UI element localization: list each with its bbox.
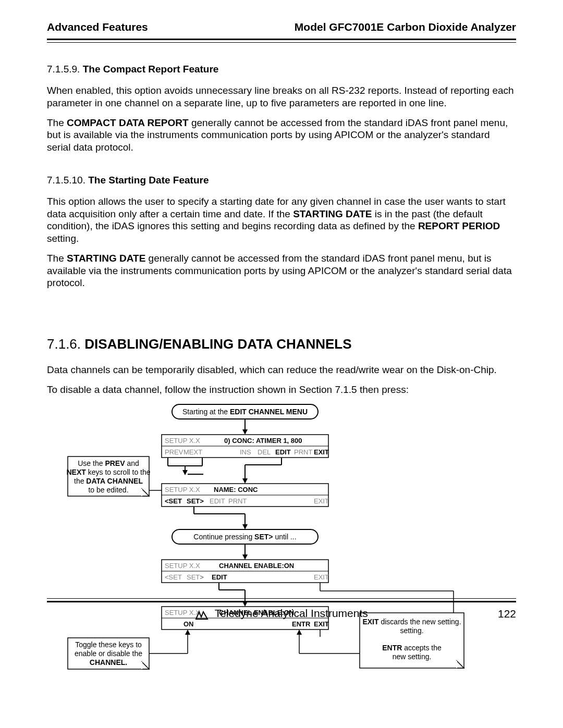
flow-box4-exit: EXIT — [314, 620, 329, 628]
header-section: Advanced Features — [47, 21, 148, 33]
section-number: 7.1.5.10. — [47, 175, 85, 186]
flow-box1-prev: PREV — [165, 448, 183, 456]
flow-box1-conc: 0) CONC: ATIMER 1, 800 — [224, 437, 302, 445]
flow-box1-setup: SETUP X.X — [165, 437, 200, 445]
svg-text:the DATA CHANNEL: the DATA CHANNEL — [74, 477, 143, 485]
para: Data channels can be temporarily disable… — [47, 364, 516, 376]
svg-text:NEXT keys to scroll to the: NEXT keys to scroll to the — [66, 468, 150, 476]
flow-box2-edit: EDIT — [210, 497, 225, 505]
flow-box1-del: DEL — [258, 448, 271, 456]
footer-company-block: Teledyne Analytical Instruments — [47, 607, 516, 620]
flow-note-left-bottom: Toggle these keys to enable or disable t… — [68, 638, 149, 669]
svg-text:to be edited.: to be edited. — [88, 486, 128, 494]
flow-box3-name: CHANNEL ENABLE:ON — [219, 562, 294, 570]
flowchart: Starting at the EDIT CHANNEL MENU SETUP … — [47, 403, 516, 690]
flow-box1-exit: EXIT — [314, 448, 329, 456]
para: To disable a data channel, follow the in… — [47, 384, 516, 396]
section-heading-7-1-5-9: 7.1.5.9. The Compact Report Feature — [47, 64, 516, 75]
svg-text:Use the PREV and: Use the PREV and — [78, 459, 139, 467]
para: This option allows the user to specify a… — [47, 195, 516, 245]
flow-box3-exit: EXIT — [314, 573, 329, 581]
flow-box2-set1: <SET — [165, 497, 182, 505]
svg-text:setting.: setting. — [400, 626, 423, 635]
para: When enabled, this option avoids unneces… — [47, 84, 516, 109]
svg-text:new setting.: new setting. — [393, 652, 432, 661]
flow-box3-set1: <SET — [165, 573, 182, 581]
header-title: Model GFC7001E Carbon Dioxide Analyzer — [295, 21, 516, 33]
section-number: 7.1.5.9. — [47, 64, 80, 75]
flow-box3-set2: SET> — [187, 573, 204, 581]
section-number: 7.1.6. — [47, 336, 81, 352]
section-title: The Starting Date Feature — [88, 175, 209, 186]
section-heading-7-1-5-10: 7.1.5.10. The Starting Date Feature — [47, 175, 516, 186]
section-heading-7-1-6: 7.1.6. DISABLING/ENABLING DATA CHANNELS — [47, 336, 516, 352]
flow-start-label: Starting at the EDIT CHANNEL MENU — [182, 408, 308, 416]
flow-box2-exit: EXIT — [314, 497, 329, 505]
footer-company: Teledyne Analytical Instruments — [215, 607, 368, 619]
footer-rule-thin — [47, 598, 516, 599]
svg-text:CHANNEL.: CHANNEL. — [90, 658, 127, 667]
para: The STARTING DATE generally cannot be ac… — [47, 252, 516, 289]
flow-note-left-top: Use the PREV and NEXT keys to scroll to … — [66, 456, 150, 496]
flow-box1-mext: MEXT — [183, 448, 202, 456]
svg-text:ENTR accepts the: ENTR accepts the — [382, 644, 442, 652]
flow-box1-prnt: PRNT — [294, 448, 312, 456]
flow-box1-ins: INS — [240, 448, 251, 456]
flow-note-right: EXIT discards the new setting. setting. … — [360, 613, 464, 668]
flow-box1-edit: EDIT — [275, 448, 291, 456]
page-footer: Teledyne Analytical Instruments 122 — [47, 598, 516, 620]
header-rule-thin — [47, 42, 516, 43]
flow-box2-set2: SET> — [187, 497, 204, 505]
footer-page-number: 122 — [498, 608, 516, 620]
section-title: The Compact Report Feature — [83, 64, 219, 75]
svg-text:enable or disable the: enable or disable the — [75, 649, 142, 658]
flow-box3-edit: EDIT — [212, 573, 227, 581]
flow-mid-label: Continue pressing SET> until ... — [193, 533, 296, 541]
section-title: DISABLING/ENABLING DATA CHANNELS — [84, 336, 351, 352]
svg-text:Toggle these keys to: Toggle these keys to — [75, 640, 142, 649]
flow-box3-setup: SETUP X.X — [165, 562, 200, 570]
flow-box4-entr: ENTR — [292, 620, 311, 628]
footer-rule-thick — [47, 601, 516, 602]
page-header: Advanced Features Model GFC7001E Carbon … — [47, 21, 516, 39]
flow-box2-name: NAME: CONC — [214, 486, 258, 493]
company-logo-icon — [195, 608, 209, 621]
flow-box2-setup: SETUP X.X — [165, 486, 200, 493]
flow-box2-prnt: PRNT — [228, 497, 247, 505]
para: The COMPACT DATA REPORT generally cannot… — [47, 117, 516, 154]
flow-box4-on: ON — [183, 620, 194, 628]
header-rule-thick — [47, 39, 516, 40]
